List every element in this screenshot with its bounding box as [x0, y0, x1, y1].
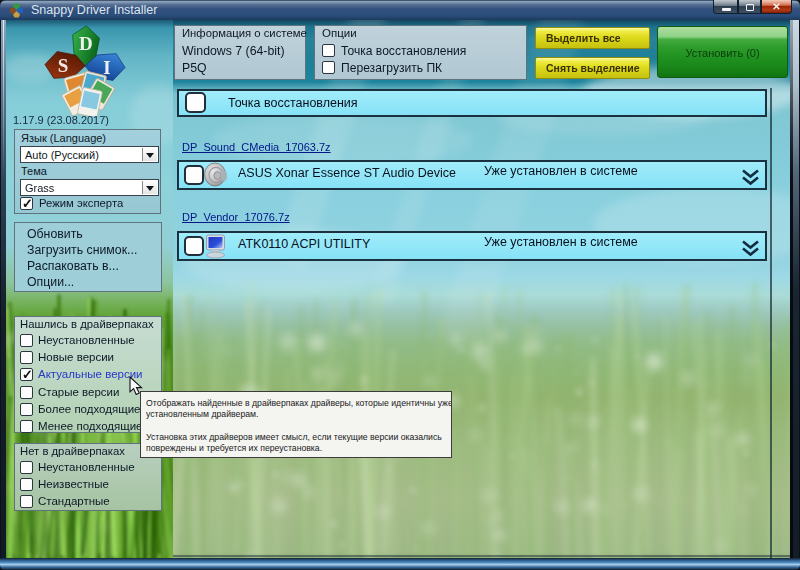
svg-text:I: I — [103, 57, 110, 78]
svg-text:S: S — [58, 55, 69, 76]
svg-text:D: D — [79, 33, 93, 54]
